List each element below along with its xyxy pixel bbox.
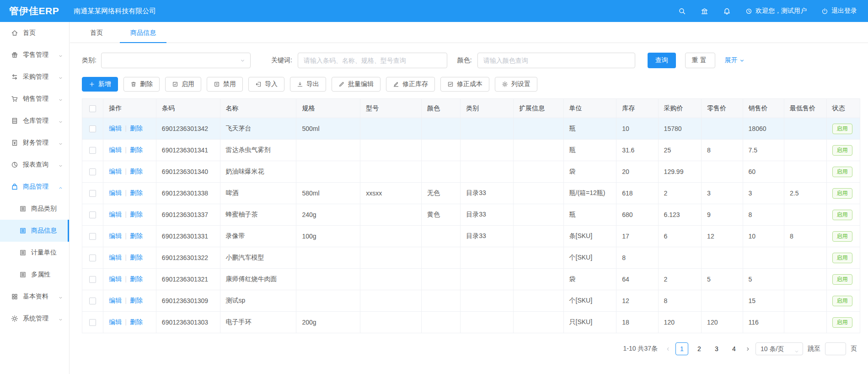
status-badge[interactable]: 启用	[832, 317, 852, 328]
row-checkbox[interactable]	[89, 168, 96, 175]
import-button[interactable]: 导入	[248, 77, 284, 92]
sidebar-item-sales-management[interactable]: 销售管理	[0, 88, 69, 110]
status-badge[interactable]: 启用	[832, 296, 852, 306]
delete-button[interactable]: 删除	[123, 77, 160, 92]
enable-button[interactable]: 启用	[165, 77, 201, 92]
chevron-down-icon	[58, 97, 63, 102]
delete-link[interactable]: 删除	[130, 318, 143, 325]
status-badge[interactable]: 启用	[832, 145, 852, 156]
edit-link[interactable]: 编辑	[109, 146, 122, 153]
batch-edit-button[interactable]: 批量编辑	[332, 77, 380, 92]
sidebar-item-measure-unit[interactable]: 计量单位	[0, 242, 69, 264]
sidebar-item-product-category[interactable]: 商品类别	[0, 198, 69, 220]
delete-link[interactable]: 删除	[130, 254, 143, 261]
status-badge[interactable]: 启用	[832, 167, 852, 177]
gear-icon	[11, 315, 18, 322]
delete-link[interactable]: 删除	[130, 168, 143, 175]
status-badge[interactable]: 启用	[832, 231, 852, 242]
sidebar-item-system-management[interactable]: 系统管理	[0, 308, 69, 330]
status-badge[interactable]: 启用	[832, 253, 852, 263]
edit-link[interactable]: 编辑	[109, 297, 122, 304]
toolbar: 新增删除启用禁用导入导出批量编辑修正库存修正成本列设置	[70, 68, 868, 98]
keyword-input[interactable]	[298, 53, 447, 68]
status-badge[interactable]: 启用	[832, 188, 852, 199]
edit-link[interactable]: 编辑	[109, 318, 122, 325]
sidebar-item-retail-management[interactable]: 零售管理	[0, 44, 69, 66]
edit-link[interactable]: 编辑	[109, 168, 122, 175]
export-button[interactable]: 导出	[290, 77, 326, 92]
sidebar-item-product-info[interactable]: 商品信息	[0, 220, 69, 242]
cell-retail-price	[702, 161, 743, 183]
category-select[interactable]	[101, 53, 251, 68]
row-checkbox[interactable]	[89, 298, 96, 304]
page-button-1[interactable]: 1	[675, 342, 688, 355]
select-all-checkbox[interactable]	[89, 105, 96, 112]
page-button-2[interactable]: 2	[693, 342, 706, 355]
search-icon[interactable]	[678, 7, 686, 15]
sidebar-item-purchase-management[interactable]: 采购管理	[0, 66, 69, 88]
row-checkbox[interactable]	[89, 125, 96, 132]
reset-button[interactable]: 重置	[685, 53, 715, 68]
delete-link[interactable]: 删除	[130, 146, 143, 153]
sidebar-item-multi-attribute[interactable]: 多属性	[0, 264, 69, 286]
delete-link[interactable]: 删除	[130, 211, 143, 218]
edit-link[interactable]: 编辑	[109, 189, 122, 196]
logout-button[interactable]: 退出登录	[821, 7, 857, 15]
status-badge[interactable]: 启用	[832, 274, 852, 285]
row-checkbox[interactable]	[89, 255, 96, 261]
cell-name: 小鹏汽车模型	[220, 247, 296, 269]
prev-page-button[interactable]	[665, 346, 671, 352]
color-input[interactable]	[477, 53, 635, 68]
plus-icon	[89, 81, 95, 87]
bank-icon[interactable]	[701, 7, 708, 15]
row-checkbox[interactable]	[89, 147, 96, 154]
status-badge[interactable]: 启用	[832, 124, 852, 134]
expand-button[interactable]: 展开	[725, 56, 745, 65]
tab-home[interactable]: 首页	[73, 22, 120, 43]
fix-cost-button[interactable]: 修正成本	[440, 77, 489, 92]
add-button[interactable]: 新增	[82, 77, 118, 92]
cart-icon	[11, 95, 18, 103]
page-button-4[interactable]: 4	[728, 342, 740, 355]
edit-link[interactable]: 编辑	[109, 275, 122, 282]
sidebar-item-finance-management[interactable]: 财务管理	[0, 132, 69, 154]
sidebar-item-report-query[interactable]: 报表查询	[0, 154, 69, 176]
fix-stock-button[interactable]: 修正库存	[386, 77, 435, 92]
welcome-user[interactable]: 欢迎您，测试用户	[745, 7, 807, 15]
row-checkbox[interactable]	[89, 211, 96, 218]
column-settings-button[interactable]: 列设置	[495, 77, 537, 92]
disable-button[interactable]: 禁用	[207, 77, 243, 92]
row-checkbox[interactable]	[89, 319, 96, 326]
status-badge[interactable]: 启用	[832, 210, 852, 220]
jump-page-input[interactable]	[825, 342, 846, 355]
edit-link[interactable]: 编辑	[109, 254, 122, 261]
edit-link[interactable]: 编辑	[109, 211, 122, 218]
x-square-icon	[214, 81, 220, 87]
chevron-down-icon	[58, 316, 63, 321]
cell-min-price	[784, 204, 826, 226]
page-button-3[interactable]: 3	[710, 342, 723, 355]
next-page-button[interactable]	[745, 346, 751, 352]
sidebar-item-basic-data[interactable]: 基本资料	[0, 286, 69, 308]
tab-product-info[interactable]: 商品信息	[120, 22, 166, 43]
delete-link[interactable]: 删除	[130, 189, 143, 196]
edit-link[interactable]: 编辑	[109, 125, 122, 132]
search-button[interactable]: 查询	[648, 53, 676, 68]
delete-link[interactable]: 删除	[130, 275, 143, 282]
page-size-select[interactable]: 10 条/页	[755, 342, 803, 355]
page: 管伊佳ERP 南通某某网络科技有限公司 欢迎您，测试用户 退出登录 首页零售管理…	[0, 0, 868, 374]
sidebar-item-warehouse-management[interactable]: 仓库管理	[0, 110, 69, 132]
row-checkbox[interactable]	[89, 276, 96, 283]
sidebar-item-home[interactable]: 首页	[0, 22, 69, 44]
delete-link[interactable]: 删除	[130, 297, 143, 304]
row-checkbox[interactable]	[89, 233, 96, 240]
delete-link[interactable]: 删除	[130, 232, 143, 239]
cell-stock: 618	[616, 183, 658, 204]
cell-model	[360, 161, 422, 183]
bell-icon[interactable]	[723, 7, 731, 15]
cell-color	[421, 226, 460, 247]
row-checkbox[interactable]	[89, 190, 96, 197]
delete-link[interactable]: 删除	[130, 125, 143, 132]
sidebar-item-product-management[interactable]: 商品管理	[0, 176, 69, 198]
edit-link[interactable]: 编辑	[109, 232, 122, 239]
